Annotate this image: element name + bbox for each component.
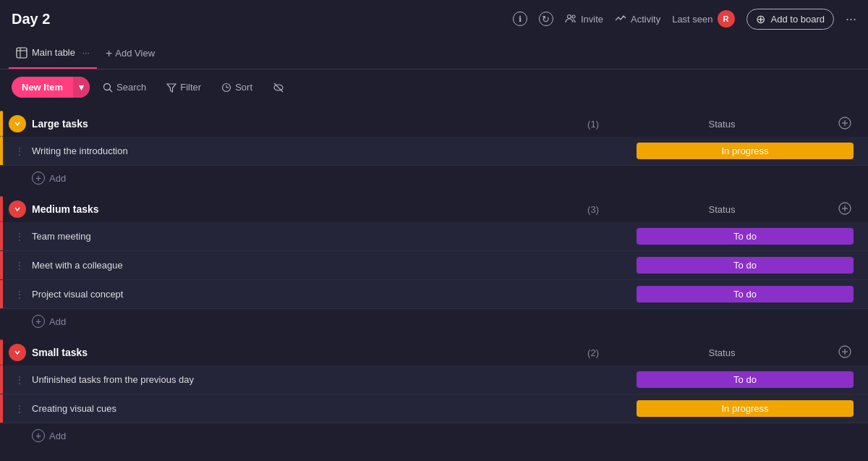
add-to-board-label: Add to board (771, 14, 825, 25)
svg-rect-2 (17, 48, 27, 58)
group-small-tasks: Small tasks(2)Status⋮Unfinished tasks fr… (0, 339, 868, 448)
sort-label: Sort (235, 82, 252, 93)
task-drag-handle[interactable]: ⋮ (14, 289, 25, 300)
add-task-button[interactable]: +Add (0, 423, 868, 448)
task-name: Meet with a colleague (32, 260, 637, 271)
group-header-medium-tasks: Medium tasks(3)Status (0, 196, 868, 222)
hide-icon (273, 82, 284, 93)
task-stripe (0, 394, 3, 423)
add-view-label: Add View (115, 48, 155, 59)
last-seen-section: Last seen R (672, 10, 734, 28)
task-row[interactable]: ⋮Meet with a colleagueTo do (0, 251, 868, 280)
task-status-badge[interactable]: In progress (637, 400, 854, 417)
plus-icon: ⊕ (756, 12, 765, 26)
group-status-column-label: Status (613, 347, 830, 358)
filter-button[interactable]: Filter (159, 78, 208, 96)
group-header-small-tasks: Small tasks(2)Status (0, 339, 868, 365)
task-row[interactable]: ⋮Project visual conceptTo do (0, 280, 868, 309)
task-status-badge[interactable]: To do (637, 371, 854, 388)
group-collapse-button[interactable] (9, 344, 26, 361)
task-stripe (0, 280, 3, 308)
search-button[interactable]: Search (95, 78, 153, 96)
info-icon: ℹ (513, 12, 527, 26)
task-drag-handle[interactable]: ⋮ (14, 403, 25, 415)
page-title: Day 2 (12, 11, 50, 28)
sort-button[interactable]: Sort (214, 78, 260, 96)
group-stripe (0, 196, 3, 222)
svg-marker-7 (167, 84, 176, 92)
group-status-column-label: Status (613, 204, 830, 215)
invite-button[interactable]: Invite (565, 13, 603, 25)
task-stripe (0, 251, 3, 279)
task-row[interactable]: ⋮Creating visual cuesIn progress (0, 394, 868, 423)
new-item-dropdown-arrow[interactable]: ▾ (73, 77, 90, 98)
task-status-badge[interactable]: In progress (637, 143, 854, 159)
group-add-column-button[interactable] (830, 345, 859, 360)
tab-main-table-label: Main table (32, 47, 75, 58)
add-view-plus-icon: + (106, 47, 112, 60)
group-add-column-button[interactable] (830, 117, 859, 132)
add-task-plus-icon: + (32, 172, 45, 185)
table-icon (16, 47, 27, 59)
group-stripe (0, 111, 3, 137)
add-task-plus-icon: + (32, 429, 45, 442)
task-drag-handle[interactable]: ⋮ (14, 374, 25, 386)
group-stripe (0, 339, 3, 365)
add-task-plus-icon: + (32, 315, 45, 328)
toolbar: New Item ▾ Search Filter Sort (0, 69, 868, 105)
add-view-button[interactable]: + Add View (100, 44, 161, 63)
last-seen-label: Last seen (672, 14, 712, 25)
task-name: Writing the introduction (32, 145, 637, 156)
task-drag-handle[interactable]: ⋮ (14, 231, 25, 242)
svg-line-6 (110, 89, 113, 92)
search-icon (103, 83, 113, 93)
invite-label: Invite (581, 14, 603, 25)
group-status-column-label: Status (613, 119, 830, 130)
task-status-badge[interactable]: To do (637, 228, 854, 245)
more-options-button[interactable]: ··· (846, 12, 856, 27)
group-add-column-button[interactable] (830, 202, 859, 217)
new-item-label: New Item (12, 77, 73, 98)
group-collapse-button[interactable] (9, 200, 26, 218)
header-actions: ℹ ↻ Invite Activity Last seen R ⊕ A (513, 9, 856, 30)
task-stripe (0, 365, 3, 394)
main-content: Large tasks(1)Status⋮Writing the introdu… (0, 105, 868, 457)
task-name: Project visual concept (32, 289, 637, 300)
new-item-button[interactable]: New Item ▾ (12, 77, 90, 98)
svg-point-0 (567, 15, 571, 19)
activity-icon (615, 13, 626, 25)
add-task-label: Add (49, 173, 66, 184)
info-button[interactable]: ℹ (513, 12, 527, 26)
sort-icon (221, 83, 231, 93)
task-row[interactable]: ⋮Team meetingTo do (0, 222, 868, 251)
group-medium-tasks: Medium tasks(3)Status⋮Team meetingTo do⋮… (0, 196, 868, 334)
hide-button[interactable] (265, 78, 292, 97)
task-status-badge[interactable]: To do (637, 286, 854, 303)
group-count: (2) (587, 347, 599, 358)
group-large-tasks: Large tasks(1)Status⋮Writing the introdu… (0, 111, 868, 190)
group-header-large-tasks: Large tasks(1)Status (0, 111, 868, 137)
add-task-button[interactable]: +Add (0, 166, 868, 190)
refresh-button[interactable]: ↻ (539, 12, 553, 26)
search-label: Search (116, 82, 146, 93)
task-name: Creating visual cues (32, 403, 637, 414)
tab-options-icon[interactable]: ··· (82, 48, 90, 58)
filter-label: Filter (180, 82, 201, 93)
group-title: Medium tasks (32, 203, 587, 215)
tab-bar: Main table ··· + Add View (0, 38, 868, 69)
add-task-label: Add (49, 316, 66, 327)
group-title: Large tasks (32, 118, 587, 130)
task-status-badge[interactable]: To do (637, 257, 854, 274)
tab-main-table[interactable]: Main table ··· (9, 38, 97, 69)
users-icon (565, 13, 576, 25)
group-collapse-button[interactable] (9, 115, 26, 132)
task-row[interactable]: ⋮Unfinished tasks from the previous dayT… (0, 365, 868, 394)
task-drag-handle[interactable]: ⋮ (14, 145, 25, 157)
activity-button[interactable]: Activity (615, 13, 660, 25)
avatar: R (718, 10, 735, 28)
add-task-button[interactable]: +Add (0, 309, 868, 334)
add-to-board-button[interactable]: ⊕ Add to board (746, 9, 834, 30)
task-row[interactable]: ⋮Writing the introductionIn progress (0, 137, 868, 166)
task-stripe (0, 222, 3, 250)
task-drag-handle[interactable]: ⋮ (14, 260, 25, 271)
